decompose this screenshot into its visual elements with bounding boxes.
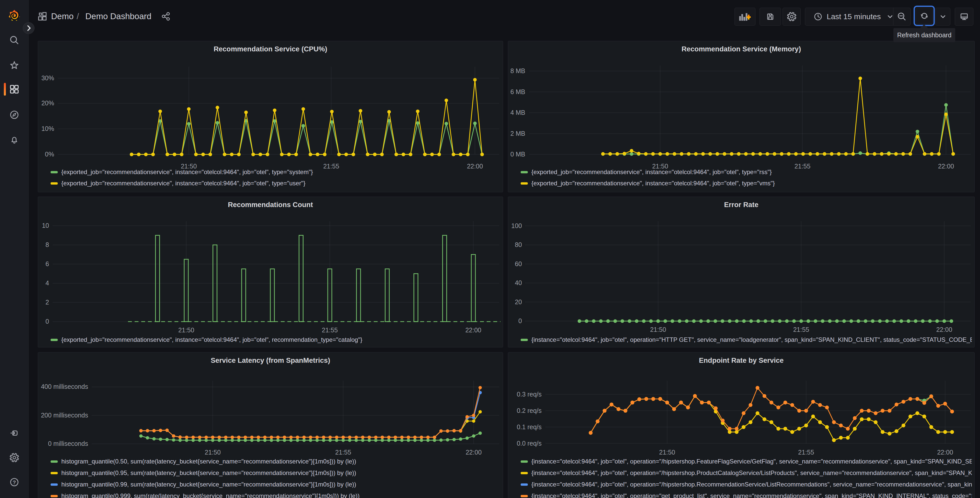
svg-text:400 milliseconds: 400 milliseconds	[41, 383, 88, 390]
svg-text:100: 100	[511, 222, 522, 229]
svg-text:21:55: 21:55	[793, 326, 809, 333]
svg-text:20: 20	[515, 298, 522, 305]
svg-text:20%: 20%	[41, 99, 54, 107]
svg-text:10%: 10%	[41, 125, 54, 132]
svg-text:22:00: 22:00	[466, 449, 482, 456]
svg-text:21:55: 21:55	[322, 326, 338, 334]
svg-text:0.2 req/s: 0.2 req/s	[517, 407, 542, 414]
svg-text:2: 2	[46, 298, 49, 306]
svg-text:?: ?	[13, 479, 16, 485]
svg-text:40: 40	[515, 279, 522, 286]
svg-text:80: 80	[515, 241, 522, 248]
svg-text:200 milliseconds: 200 milliseconds	[41, 412, 88, 419]
svg-text:0 milliseconds: 0 milliseconds	[48, 440, 88, 447]
svg-text:8: 8	[46, 241, 49, 248]
svg-text:0%: 0%	[45, 150, 54, 158]
svg-text:6: 6	[46, 260, 49, 267]
svg-text:21:50: 21:50	[659, 449, 675, 456]
svg-text:4 MB: 4 MB	[511, 109, 525, 116]
svg-text:4: 4	[46, 279, 49, 287]
svg-text:0.1 req/s: 0.1 req/s	[517, 423, 542, 431]
svg-text:10: 10	[42, 222, 49, 229]
svg-text:0: 0	[46, 318, 49, 325]
svg-text:0.0 req/s: 0.0 req/s	[517, 440, 542, 447]
svg-text:21:50: 21:50	[650, 326, 666, 333]
svg-text:22:00: 22:00	[937, 449, 953, 456]
svg-text:21:50: 21:50	[178, 326, 194, 334]
svg-text:21:55: 21:55	[335, 449, 351, 456]
svg-text:21:50: 21:50	[205, 449, 221, 456]
svg-text:6 MB: 6 MB	[511, 88, 525, 95]
svg-text:22:00: 22:00	[936, 326, 952, 333]
svg-text:0.3 req/s: 0.3 req/s	[517, 391, 542, 398]
svg-text:0: 0	[519, 317, 522, 324]
svg-text:22:00: 22:00	[465, 326, 481, 334]
svg-text:2 MB: 2 MB	[511, 130, 525, 137]
svg-text:60: 60	[515, 260, 522, 267]
svg-text:21:55: 21:55	[798, 449, 814, 456]
svg-text:30%: 30%	[41, 74, 54, 81]
svg-text:8 MB: 8 MB	[511, 67, 525, 74]
svg-text:0 MB: 0 MB	[511, 150, 525, 158]
